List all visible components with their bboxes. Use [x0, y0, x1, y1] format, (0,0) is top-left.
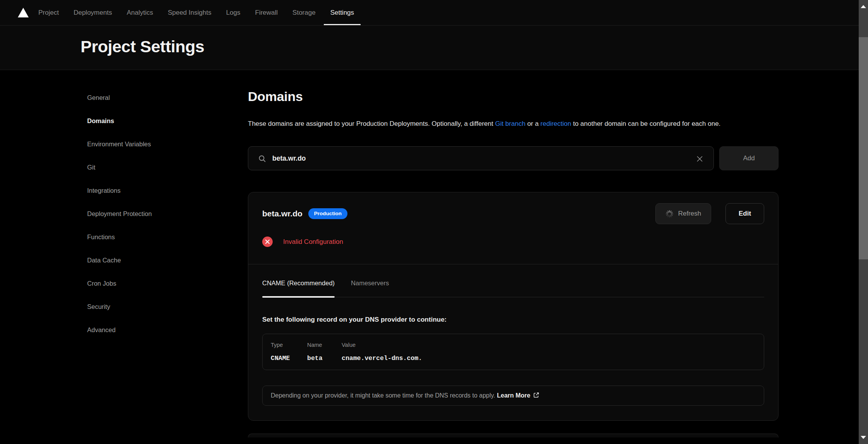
sidebar-item-data-cache[interactable]: Data Cache: [87, 255, 152, 265]
sidebar-item-domains[interactable]: Domains: [87, 116, 152, 125]
card-divider: [248, 264, 778, 264]
nav-tab-analytics[interactable]: Analytics: [127, 0, 153, 25]
sidebar-item-general[interactable]: General: [87, 93, 152, 102]
git-branch-link[interactable]: Git branch: [495, 120, 525, 127]
dns-note-box: Depending on your provider, it might tak…: [262, 386, 764, 406]
dns-column-header-type: Type: [271, 341, 307, 349]
vercel-logo-icon[interactable]: [17, 7, 29, 18]
arrow-up-icon: [861, 5, 866, 8]
top-navbar: Project Deployments Analytics Speed Insi…: [0, 0, 859, 26]
page-title: Project Settings: [81, 37, 204, 56]
dns-record-value: cname.vercel-dns.com.: [342, 354, 756, 363]
dns-instruction: Set the following record on your DNS pro…: [262, 315, 764, 324]
domains-heading: Domains: [248, 88, 779, 105]
domain-identity: beta.wr.do Production: [262, 208, 347, 219]
sidebar-item-git[interactable]: Git: [87, 163, 152, 172]
nav-tab-project[interactable]: Project: [38, 0, 59, 25]
domain-search-row: Add: [248, 146, 779, 170]
description-text: to another domain can be configured for …: [571, 120, 721, 127]
tab-cname-recommended[interactable]: CNAME (Recommended): [262, 278, 335, 297]
dns-record-name: beta: [307, 354, 342, 363]
sidebar-item-cron-jobs[interactable]: Cron Jobs: [87, 279, 152, 288]
dns-record-table: Type Name Value CNAME beta cname.vercel-…: [262, 334, 764, 370]
arrow-down-icon: [861, 436, 866, 439]
nav-tab-deployments[interactable]: Deployments: [74, 0, 112, 25]
add-domain-button[interactable]: Add: [719, 146, 779, 170]
domain-search-input[interactable]: [272, 154, 692, 163]
edit-button[interactable]: Edit: [725, 203, 764, 224]
production-badge: Production: [308, 208, 347, 219]
domains-panel: Domains These domains are assigned to yo…: [248, 70, 779, 437]
nav-tab-storage[interactable]: Storage: [292, 0, 316, 25]
error-icon: [262, 237, 273, 247]
nav-tab-logs[interactable]: Logs: [226, 0, 241, 25]
clear-search-icon[interactable]: [694, 153, 705, 164]
settings-sidebar: General Domains Environment Variables Gi…: [87, 93, 152, 334]
nav-tabs: Project Deployments Analytics Speed Insi…: [38, 0, 354, 25]
dns-record-type: CNAME: [271, 354, 307, 363]
sidebar-item-functions[interactable]: Functions: [87, 232, 152, 242]
dns-column-header-name: Name: [307, 341, 342, 349]
description-text: or a: [526, 120, 541, 127]
sidebar-item-deployment-protection[interactable]: Deployment Protection: [87, 209, 152, 218]
sidebar-item-advanced[interactable]: Advanced: [87, 325, 152, 334]
settings-content: General Domains Environment Variables Gi…: [0, 70, 859, 444]
card-bottom-padding: [248, 406, 778, 420]
scrollbar-thumb[interactable]: [859, 37, 868, 259]
refresh-button[interactable]: Refresh: [655, 203, 711, 224]
sidebar-item-environment-variables[interactable]: Environment Variables: [87, 139, 152, 149]
scrollbar-up-button[interactable]: [859, 0, 868, 13]
status-text: Invalid Configuration: [283, 238, 343, 246]
app-window: Project Deployments Analytics Speed Insi…: [0, 0, 868, 444]
refresh-button-label: Refresh: [678, 210, 701, 218]
spinner-icon: [665, 210, 674, 218]
domain-actions: Refresh Edit: [655, 203, 764, 224]
vertical-scrollbar[interactable]: [859, 0, 868, 444]
nav-tab-settings[interactable]: Settings: [330, 0, 354, 25]
scrollbar-down-button[interactable]: [859, 431, 868, 444]
domain-card: beta.wr.do Production: [248, 192, 779, 421]
domain-search-box[interactable]: [248, 146, 714, 170]
tab-nameservers[interactable]: Nameservers: [351, 278, 389, 297]
dns-config-tabs: CNAME (Recommended) Nameservers: [262, 278, 764, 297]
domain-name: beta.wr.do: [262, 209, 303, 218]
domain-card-header: beta.wr.do Production: [248, 192, 778, 224]
domains-description: These domains are assigned to your Produ…: [248, 118, 765, 130]
redirection-link[interactable]: redirection: [540, 120, 571, 127]
domain-status-row: Invalid Configuration: [262, 237, 764, 264]
page-header-band: Project Deployments Analytics Speed Insi…: [0, 0, 859, 70]
description-text: These domains are assigned to your Produ…: [248, 120, 495, 127]
sidebar-item-security[interactable]: Security: [87, 302, 152, 311]
next-card-preview: [248, 434, 779, 437]
sidebar-item-integrations[interactable]: Integrations: [87, 186, 152, 195]
search-icon: [258, 154, 267, 163]
nav-tab-firewall[interactable]: Firewall: [255, 0, 278, 25]
nav-tab-speed-insights[interactable]: Speed Insights: [168, 0, 211, 25]
learn-more-link[interactable]: Learn More: [497, 392, 530, 399]
dns-column-header-value: Value: [342, 341, 756, 349]
external-link-icon[interactable]: [533, 392, 540, 398]
dns-note-text: Depending on your provider, it might tak…: [271, 391, 540, 400]
